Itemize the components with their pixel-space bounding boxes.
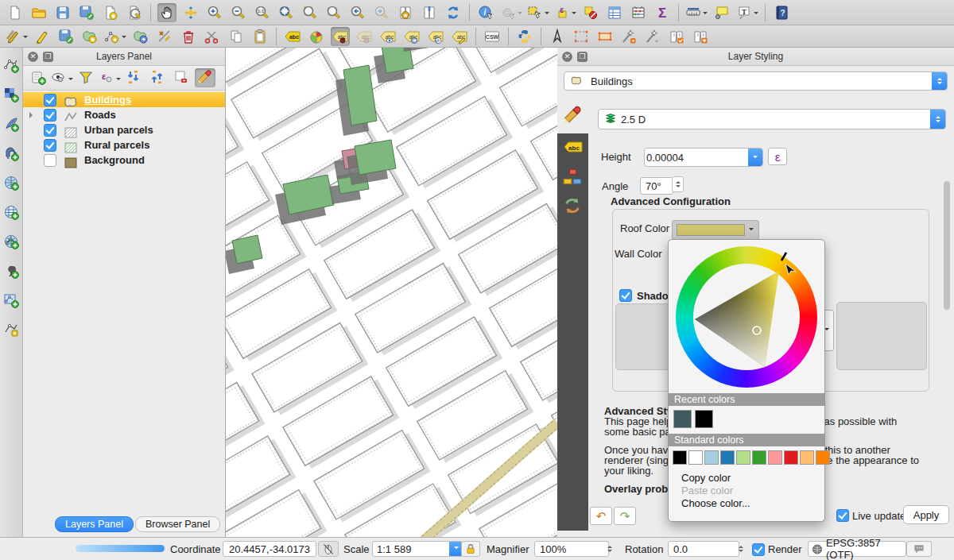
- standard-color-swatch[interactable]: [673, 450, 687, 465]
- expand-all-button[interactable]: [123, 68, 144, 87]
- mouse-tracking-toggle[interactable]: [318, 541, 339, 557]
- new-bookmark-button[interactable]: [396, 3, 415, 22]
- change-label-button[interactable]: abc: [450, 27, 469, 46]
- csw-search-button[interactable]: CSW: [483, 27, 502, 46]
- magnifier-stepper[interactable]: [604, 541, 615, 557]
- node-tool-button[interactable]: [155, 27, 174, 46]
- zoom-to-selection-button[interactable]: [301, 3, 320, 22]
- recent-color-swatch[interactable]: [673, 410, 692, 428]
- close-icon[interactable]: ✕: [562, 52, 572, 62]
- open-attribute-table-button[interactable]: [605, 3, 624, 22]
- new-virtual-layer-button[interactable]: [2, 320, 21, 339]
- toggle-editing-button[interactable]: [33, 27, 52, 46]
- history-tab-icon[interactable]: [563, 196, 584, 217]
- layer-visibility-checkbox[interactable]: [44, 139, 56, 152]
- new-shapefile-layer-button[interactable]: [2, 291, 21, 310]
- rotation-input[interactable]: 0.0: [668, 541, 739, 557]
- standard-color-swatch[interactable]: [752, 450, 766, 465]
- recent-color-swatch[interactable]: [695, 410, 713, 428]
- python-console-button[interactable]: [515, 27, 534, 46]
- field-calculator-button[interactable]: [629, 3, 648, 22]
- scale-input[interactable]: 1: 1 589: [372, 541, 463, 557]
- layer-selector[interactable]: Buildings: [564, 71, 948, 91]
- add-vector-layer-button[interactable]: [2, 56, 21, 75]
- roof-color-button[interactable]: [672, 220, 759, 240]
- set-extent-button[interactable]: [572, 27, 591, 46]
- magnifier-input[interactable]: 100%: [534, 541, 609, 557]
- dropdown-arrow-icon[interactable]: [122, 36, 126, 41]
- layer-visibility-checkbox[interactable]: [44, 124, 56, 137]
- layer-labeling-button[interactable]: abc: [283, 27, 302, 46]
- menu-item-choose-color[interactable]: Choose color...: [681, 497, 750, 509]
- standard-color-swatch[interactable]: [720, 450, 735, 465]
- extent-frame-button[interactable]: [595, 27, 615, 46]
- north-arrow-button[interactable]: [548, 27, 567, 46]
- rotation-stepper[interactable]: [735, 541, 746, 557]
- dropdown-arrow-icon[interactable]: [545, 12, 549, 17]
- layer-visibility-checkbox[interactable]: [44, 109, 56, 122]
- apply-button[interactable]: Apply: [903, 505, 949, 524]
- layer-item-urban-parcels[interactable]: Urban parcels: [23, 122, 225, 137]
- add-spatialite-layer-button[interactable]: [2, 173, 21, 192]
- identify-features-button[interactable]: i: [476, 3, 495, 22]
- show-hide-labels-button[interactable]: abc: [378, 27, 398, 46]
- expand-arrow-icon[interactable]: [29, 112, 36, 118]
- pin-labels-button[interactable]: abc: [331, 27, 350, 46]
- zoom-next-button[interactable]: [372, 3, 391, 22]
- cut-features-button[interactable]: [203, 27, 222, 46]
- add-postgis-layer-button[interactable]: [2, 144, 21, 163]
- zoom-native-button[interactable]: 1:1: [253, 3, 272, 22]
- crs-status-button[interactable]: EPSG:3857 (OTF): [808, 541, 906, 557]
- dropdown-arrow-icon[interactable]: [116, 78, 121, 83]
- angle-stepper[interactable]: [672, 176, 684, 192]
- standard-color-swatch[interactable]: [736, 450, 750, 465]
- remove-layer-button[interactable]: [171, 68, 192, 87]
- filter-legend-button[interactable]: [76, 68, 96, 87]
- pan-to-selection-button[interactable]: [181, 3, 200, 22]
- live-update-checkbox[interactable]: [836, 509, 849, 522]
- move-label-button[interactable]: abc: [402, 27, 421, 46]
- save-layer-edits-button[interactable]: [56, 27, 76, 46]
- standard-color-swatch[interactable]: [816, 450, 830, 465]
- help-button[interactable]: ?: [772, 3, 791, 22]
- rotate-label-button[interactable]: abc: [426, 27, 445, 46]
- color-triangle[interactable]: [676, 246, 817, 388]
- data-defined-dropdown-icon[interactable]: [748, 149, 762, 166]
- scale-lock-button[interactable]: [461, 541, 480, 557]
- coordinate-input[interactable]: 20.4457,-34.0173: [223, 541, 316, 557]
- filter-by-expression-button[interactable]: ε: [99, 68, 120, 87]
- labels-tab-icon[interactable]: abc: [563, 141, 584, 161]
- shadow-checkbox[interactable]: [619, 289, 632, 302]
- zoom-to-layer-button[interactable]: [324, 3, 343, 22]
- select-features-button[interactable]: [527, 3, 549, 22]
- add-delimited-text-button[interactable]: [2, 261, 21, 280]
- color-wheel[interactable]: [676, 246, 817, 388]
- standard-color-swatch[interactable]: [768, 450, 782, 465]
- delete-selected-button[interactable]: [179, 27, 198, 46]
- add-circular-string-button[interactable]: [104, 27, 126, 46]
- layer-styling-toggle-button[interactable]: [195, 68, 215, 87]
- dropdown-arrow-icon[interactable]: [23, 36, 28, 41]
- layer-item-buildings[interactable]: Buildings: [23, 92, 225, 107]
- standard-color-swatch[interactable]: [704, 450, 719, 465]
- layer-item-roads[interactable]: Roads: [23, 107, 225, 122]
- float-panel-icon[interactable]: ❐: [43, 52, 53, 62]
- manage-visibility-button[interactable]: [52, 68, 72, 87]
- open-project-button[interactable]: [29, 3, 48, 22]
- dropdown-arrow-icon[interactable]: [68, 78, 73, 83]
- add-raster-layer-button[interactable]: [2, 85, 21, 104]
- map-canvas[interactable]: [225, 48, 558, 537]
- deselect-all-button[interactable]: [581, 3, 600, 22]
- dropdown-arrow-icon[interactable]: [572, 12, 576, 17]
- layer-item-background[interactable]: Background: [23, 153, 225, 168]
- current-edits-button[interactable]: [6, 27, 28, 46]
- run-feature-action-button[interactable]: [500, 3, 522, 22]
- text-annotation-button[interactable]: T: [736, 3, 758, 22]
- map-tips-button[interactable]: [712, 3, 731, 22]
- diagrams-tab-icon[interactable]: [563, 168, 584, 188]
- dropdown-arrow-icon[interactable]: [754, 12, 758, 17]
- add-feature-button[interactable]: [80, 27, 99, 46]
- tab-browser-panel[interactable]: Browser Panel: [135, 516, 220, 532]
- expression-button[interactable]: ε: [768, 148, 787, 165]
- renderer-selector[interactable]: 2.5 D: [598, 109, 946, 129]
